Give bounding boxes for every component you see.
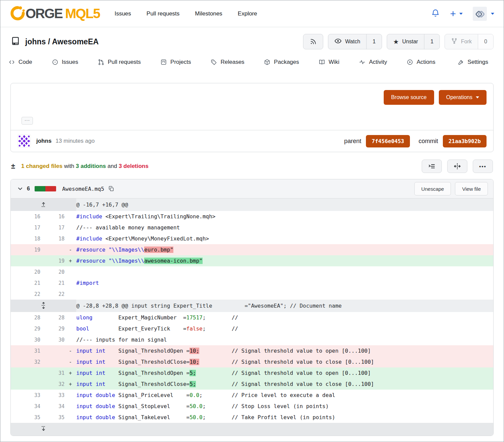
navbar-right: + xyxy=(431,7,494,21)
new-line-number[interactable]: 21 xyxy=(40,277,65,289)
star-count[interactable]: 1 xyxy=(424,34,439,49)
user-menu[interactable] xyxy=(473,7,494,21)
new-line-number[interactable]: 32 xyxy=(40,379,65,390)
unescape-button[interactable]: Unescape xyxy=(414,182,451,195)
tab-activity[interactable]: Activity xyxy=(356,57,390,67)
parent-label: parent xyxy=(344,138,361,145)
new-line-number[interactable]: 35 xyxy=(40,412,65,423)
new-line-number[interactable] xyxy=(40,345,65,356)
brand-logo[interactable]: ORGE MQL5 xyxy=(10,5,100,22)
expand-down-icon[interactable] xyxy=(39,425,48,433)
view-file-button[interactable]: View file xyxy=(455,182,488,195)
tab-releases[interactable]: Releases xyxy=(208,57,247,67)
watch-button[interactable]: Watch xyxy=(328,34,366,49)
rss-button[interactable] xyxy=(303,34,323,49)
tools-icon xyxy=(458,59,464,65)
old-line-number[interactable]: 30 xyxy=(11,334,40,345)
expand-up-icon[interactable] xyxy=(39,201,48,209)
old-line-number[interactable]: 22 xyxy=(11,289,40,300)
tab-pull-requests[interactable]: Pull requests xyxy=(95,57,143,67)
new-line-number[interactable]: 29 xyxy=(40,323,65,334)
diff-file-header: 6 AwesomeEA.mq5 Unescape View file xyxy=(11,179,493,198)
old-line-number[interactable]: 17 xyxy=(11,222,40,233)
old-line-number[interactable] xyxy=(11,379,40,390)
commit-message-toggle[interactable]: ··· xyxy=(22,117,33,125)
expand-both-icon[interactable] xyxy=(39,301,48,311)
new-line-number[interactable]: 22 xyxy=(40,289,65,300)
tab-packages[interactable]: Packages xyxy=(261,57,302,67)
new-line-number[interactable]: 17 xyxy=(40,222,65,233)
old-line-number[interactable]: 19 xyxy=(11,244,40,255)
tab-wiki[interactable]: Wiki xyxy=(316,57,342,67)
diff-sign xyxy=(65,211,76,222)
code-line: #resource "\\Images\\awesomea-icon.bmp" xyxy=(76,255,493,266)
tab-projects[interactable]: Projects xyxy=(158,57,194,67)
nav-link-explore[interactable]: Explore xyxy=(238,10,257,17)
new-line-number[interactable] xyxy=(40,356,65,367)
diff-sign xyxy=(65,222,76,233)
tab-issues[interactable]: Issues xyxy=(49,57,81,67)
old-line-number[interactable]: 21 xyxy=(11,277,40,289)
copy-path-button[interactable] xyxy=(108,185,115,192)
whitespace-options-button[interactable] xyxy=(422,160,442,173)
diff-row: 1818#include <Expert\Money\MoneyFixedLot… xyxy=(11,233,493,244)
diff-more-button[interactable]: ••• xyxy=(473,160,493,173)
repo-book-icon xyxy=(10,36,20,47)
watch-count[interactable]: 1 xyxy=(366,34,382,49)
split-view-button[interactable] xyxy=(447,160,467,173)
old-line-number[interactable]: 16 xyxy=(11,211,40,222)
new-line-number[interactable]: 18 xyxy=(40,233,65,244)
eye-icon xyxy=(334,37,342,46)
new-line-number[interactable]: 34 xyxy=(40,401,65,412)
new-line-number[interactable]: 31 xyxy=(40,367,65,379)
repo-name-link[interactable]: AwesomeEA xyxy=(52,37,99,46)
nav-link-milestones[interactable]: Milestones xyxy=(195,10,222,17)
browse-source-button[interactable]: Browse source xyxy=(384,90,434,105)
new-line-number[interactable]: 33 xyxy=(40,390,65,401)
old-line-number[interactable]: 31 xyxy=(11,345,40,356)
create-new-button[interactable]: + xyxy=(450,9,463,18)
whitespace-icon xyxy=(428,162,436,170)
unstar-label: Unstar xyxy=(402,39,418,45)
old-line-number[interactable]: 29 xyxy=(11,323,40,334)
new-line-number[interactable]: 16 xyxy=(40,211,65,222)
fork-count[interactable]: 0 xyxy=(478,34,493,49)
parent-hash-button[interactable]: 7f456e0453 xyxy=(366,135,410,147)
nav-link-issues[interactable]: Issues xyxy=(115,10,131,17)
notifications-bell-icon[interactable] xyxy=(431,9,440,19)
tab-code[interactable]: Code xyxy=(6,57,35,67)
commit-author[interactable]: johns xyxy=(36,138,51,144)
old-line-number[interactable]: 20 xyxy=(11,266,40,277)
old-line-number[interactable]: 35 xyxy=(11,412,40,423)
pulse-icon xyxy=(359,59,366,65)
chevron-down-icon xyxy=(459,13,463,16)
collapse-file-button[interactable] xyxy=(16,185,24,193)
nav-link-pull-requests[interactable]: Pull requests xyxy=(146,10,179,17)
new-line-number[interactable]: 28 xyxy=(40,312,65,323)
old-line-number[interactable]: 33 xyxy=(11,390,40,401)
commit-hash-button[interactable]: 21aa3b902b xyxy=(443,135,487,147)
old-line-number[interactable]: 18 xyxy=(11,233,40,244)
diff-sign xyxy=(65,289,76,300)
new-line-number[interactable] xyxy=(40,244,65,255)
old-line-number[interactable] xyxy=(11,367,40,379)
old-line-number[interactable]: 28 xyxy=(11,312,40,323)
author-avatar[interactable] xyxy=(17,134,31,148)
repo-breadcrumb: johns / AwesomeEA xyxy=(25,37,99,46)
diff-sign xyxy=(65,266,76,277)
repo-owner-link[interactable]: johns xyxy=(25,37,46,46)
new-line-number[interactable]: 30 xyxy=(40,334,65,345)
old-line-number[interactable]: 32 xyxy=(11,356,40,367)
tab-actions[interactable]: Actions xyxy=(404,57,438,67)
project-board-icon xyxy=(160,59,167,65)
tab-settings[interactable]: Settings xyxy=(455,57,491,67)
old-line-number[interactable]: 34 xyxy=(11,401,40,412)
operations-button[interactable]: Operations xyxy=(439,90,487,105)
new-line-number[interactable]: 19 xyxy=(40,255,65,266)
unstar-button[interactable]: ★ Unstar xyxy=(387,34,424,49)
old-line-number[interactable] xyxy=(11,255,40,266)
file-name-link[interactable]: AwesomeEA.mq5 xyxy=(62,186,104,192)
star-button-group: ★ Unstar 1 xyxy=(387,34,440,49)
new-line-number[interactable]: 20 xyxy=(40,266,65,277)
fork-button[interactable]: Fork xyxy=(445,34,478,49)
